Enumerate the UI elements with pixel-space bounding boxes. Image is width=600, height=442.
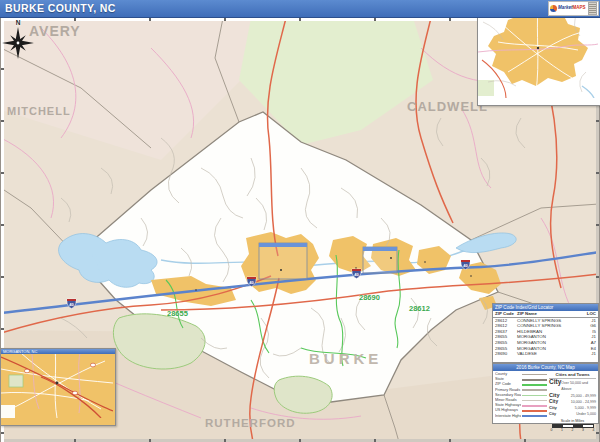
legend-road-items: County State ZIP Code Primary Ro <box>495 372 547 432</box>
legend-line-swatch <box>522 374 547 376</box>
scale-tick: 0 <box>551 428 553 432</box>
legend-header: 2016 Burke County, NC Map <box>493 364 598 371</box>
city-size-label: City <box>549 411 556 417</box>
compass-north-label: N <box>16 19 21 26</box>
city-size-range: Over 50,000 and Above <box>561 380 596 392</box>
inset-title-bar: MORGANTON, NC <box>1 349 115 354</box>
globe-icon <box>550 5 557 12</box>
zip-table-body: 28612 CONNELLY SPRINGS J1 28612 CONNELLY… <box>493 318 598 357</box>
inset-map-bottom-left: MORGANTON, NC <box>0 348 116 426</box>
legend-item: Interstate Highways <box>495 414 547 419</box>
county-label-avery: AVERY <box>29 23 81 39</box>
city-size-rows: City Over 50,000 and Above City 25,000 -… <box>549 379 596 417</box>
legend-line-swatch <box>522 410 547 412</box>
city-size-row: City Under 5,000 <box>549 411 596 417</box>
legend-line-swatch <box>522 389 547 391</box>
interstate-shield-number: 40 <box>69 302 74 307</box>
legend-line-swatch <box>522 395 547 397</box>
map-poster: BURKE COUNTY, NC MarketMAPS <box>0 0 600 442</box>
brand-logo: MarketMAPS <box>548 1 599 16</box>
scale-tick: 1 <box>561 428 563 432</box>
legend-line-swatch <box>522 415 547 417</box>
brand-stamp <box>588 2 597 15</box>
zip-label-28655: 28655 <box>167 309 188 318</box>
city-size-row: City 25,000 - 49,999 <box>549 392 596 399</box>
scale-tick: 2 <box>572 428 574 432</box>
zip-table-column-headers: ZIP Code ZIP Name LOC <box>493 311 598 318</box>
brand-maps: MAPS <box>573 5 586 10</box>
brand-wordmark: MarketMAPS <box>558 6 586 11</box>
column-loc: LOC <box>584 311 596 317</box>
county-label-mitchell: MITCHELL <box>7 105 71 117</box>
scale-bar: Scale in Miles 01234 <box>549 419 596 432</box>
legend-line-swatch <box>522 405 547 407</box>
interstate-shield-number: 40 <box>463 263 468 268</box>
legend-item-label: Interstate Highways <box>495 414 521 419</box>
county-label-burke: BURKE <box>309 350 382 367</box>
inset-bottom-left-canvas <box>1 349 113 418</box>
scale-tick: 4 <box>593 428 595 432</box>
cell-loc: J1 <box>584 351 596 357</box>
cell-name: VALDESE <box>517 351 584 357</box>
city-size-row: City Over 50,000 and Above <box>549 379 596 392</box>
legend-line-swatch <box>522 384 547 386</box>
legend-line-swatch <box>522 400 547 402</box>
zip-code-index-panel: ZIP Code Index/Grid Locator ZIP Code ZIP… <box>492 303 599 363</box>
map-legend-panel: 2016 Burke County, NC Map County State <box>492 363 599 424</box>
zip-label-28690: 28690 <box>359 293 380 302</box>
column-zip-name: ZIP Name <box>517 311 584 317</box>
county-label-rutherford: RUTHERFORD <box>205 417 296 429</box>
title-bar: BURKE COUNTY, NC <box>0 0 600 18</box>
brand-market: Market <box>558 5 573 10</box>
compass-rose: N <box>1 18 35 60</box>
county-label-caldwell: CALDWELL <box>407 99 488 114</box>
column-zip-code: ZIP Code <box>495 311 517 317</box>
cell-zip: 28690 <box>495 351 517 357</box>
zip-label-28612: 28612 <box>409 304 430 313</box>
zip-index-header: ZIP Code Index/Grid Locator <box>493 304 598 311</box>
legend-line-swatch <box>522 379 547 381</box>
scale-tick: 3 <box>582 428 584 432</box>
interstate-shield-number: 40 <box>354 272 359 277</box>
scale-ticks: 01234 <box>551 428 595 432</box>
city-size-range: Under 5,000 <box>576 411 596 417</box>
table-row: 28690 VALDESE J1 <box>493 351 598 357</box>
interstate-shield-number: 40 <box>249 280 254 285</box>
city-size-label: City <box>549 392 560 398</box>
page-title: BURKE COUNTY, NC <box>5 2 116 14</box>
city-size-label: City <box>549 379 561 385</box>
